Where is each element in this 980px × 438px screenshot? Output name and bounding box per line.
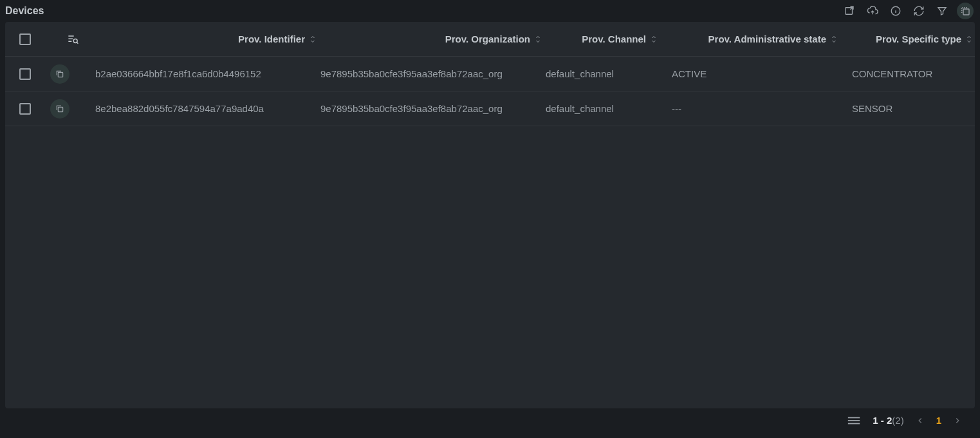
cell-identifier: 8e2bea882d055fc7847594a77a9ad40a bbox=[95, 103, 320, 114]
refresh-button[interactable] bbox=[911, 3, 927, 19]
export-button[interactable] bbox=[841, 3, 858, 19]
sort-icon[interactable] bbox=[534, 33, 542, 45]
svg-rect-11 bbox=[58, 107, 62, 111]
select-all-checkbox[interactable] bbox=[19, 33, 31, 45]
svg-point-8 bbox=[73, 39, 77, 43]
row-checkbox[interactable] bbox=[19, 68, 31, 80]
cell-identifier: b2ae036664bbf17e8f1ca6d0b4496152 bbox=[95, 68, 320, 79]
row-action-cell bbox=[50, 64, 95, 84]
filter-button[interactable] bbox=[934, 3, 950, 19]
cell-specific-type: SENSOR bbox=[842, 103, 975, 114]
filter-icon bbox=[936, 5, 948, 17]
range-total: (2) bbox=[892, 415, 903, 426]
column-label: Prov. Specific type bbox=[876, 33, 961, 44]
column-label: Prov. Identifier bbox=[238, 33, 305, 44]
refresh-icon bbox=[913, 5, 925, 17]
column-header-identifier[interactable]: Prov. Identifier bbox=[95, 33, 320, 45]
devices-table: Prov. Identifier Prov. Organization Prov… bbox=[5, 22, 975, 408]
density-icon bbox=[847, 415, 861, 426]
column-label: Prov. Channel bbox=[582, 33, 646, 44]
row-select-cell bbox=[12, 68, 50, 80]
page-number[interactable]: 1 bbox=[936, 415, 941, 426]
info-icon bbox=[890, 5, 901, 17]
cell-admin-state: ACTIVE bbox=[661, 68, 842, 79]
toolbar bbox=[841, 3, 974, 19]
sort-icon[interactable] bbox=[309, 33, 317, 45]
cell-organization: 9e7895b35ba0cfe3f95aa3ef8ab72aac_org bbox=[320, 103, 546, 114]
upload-button[interactable] bbox=[864, 3, 881, 19]
prev-page-button[interactable] bbox=[916, 416, 925, 425]
column-header-organization[interactable]: Prov. Organization bbox=[320, 33, 546, 45]
cell-channel: default_channel bbox=[546, 68, 661, 79]
svg-rect-10 bbox=[58, 72, 62, 77]
table-header-row: Prov. Identifier Prov. Organization Prov… bbox=[5, 22, 975, 57]
sort-icon[interactable] bbox=[965, 33, 973, 45]
table-footer: 1 - 2(2) 1 bbox=[0, 408, 980, 426]
row-select-cell bbox=[12, 103, 50, 115]
info-button[interactable] bbox=[887, 3, 904, 19]
row-copy-button[interactable] bbox=[50, 99, 69, 119]
row-action-cell bbox=[50, 99, 95, 119]
next-page-button[interactable] bbox=[953, 416, 962, 425]
export-icon bbox=[844, 5, 855, 17]
copy-icon bbox=[55, 69, 65, 79]
pagination-range: 1 - 2(2) bbox=[873, 415, 903, 426]
layout-icon bbox=[959, 5, 971, 17]
chevron-right-icon bbox=[953, 416, 962, 425]
svg-rect-4 bbox=[963, 9, 969, 15]
upload-icon bbox=[867, 5, 878, 17]
table-row[interactable]: 8e2bea882d055fc7847594a77a9ad40a 9e7895b… bbox=[5, 91, 975, 126]
sort-icon[interactable] bbox=[830, 33, 838, 45]
row-checkbox[interactable] bbox=[19, 103, 31, 115]
column-header-channel[interactable]: Prov. Channel bbox=[546, 33, 661, 45]
page-title: Devices bbox=[5, 5, 44, 17]
table-row[interactable]: b2ae036664bbf17e8f1ca6d0b4496152 9e7895b… bbox=[5, 57, 975, 91]
range-text: 1 - 2 bbox=[873, 415, 892, 426]
sort-icon[interactable] bbox=[650, 33, 658, 45]
layout-button[interactable] bbox=[957, 3, 974, 19]
select-all-cell bbox=[12, 33, 50, 45]
list-search-icon bbox=[66, 33, 79, 46]
column-header-admin-state[interactable]: Prov. Administrative state bbox=[661, 33, 842, 45]
column-label: Prov. Administrative state bbox=[708, 33, 826, 44]
copy-icon bbox=[55, 104, 65, 114]
row-density-button[interactable] bbox=[847, 415, 861, 426]
chevron-left-icon bbox=[916, 416, 925, 425]
column-search-button[interactable] bbox=[50, 33, 95, 46]
cell-admin-state: --- bbox=[661, 103, 842, 114]
cell-organization: 9e7895b35ba0cfe3f95aa3ef8ab72aac_org bbox=[320, 68, 546, 79]
page-header: Devices bbox=[0, 0, 980, 22]
cell-specific-type: CONCENTRATOR bbox=[842, 68, 975, 79]
column-header-specific-type[interactable]: Prov. Specific type bbox=[842, 33, 975, 45]
column-label: Prov. Organization bbox=[445, 33, 530, 44]
cell-channel: default_channel bbox=[546, 103, 661, 114]
svg-line-9 bbox=[77, 43, 79, 44]
row-copy-button[interactable] bbox=[50, 64, 69, 84]
